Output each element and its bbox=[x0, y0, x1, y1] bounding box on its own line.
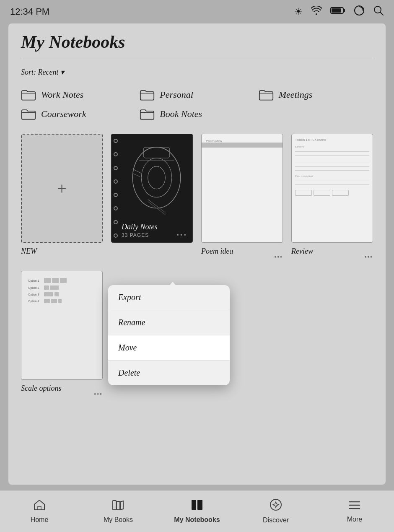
nav-label-discover: Discover bbox=[263, 516, 289, 524]
divider bbox=[21, 59, 373, 59]
search-icon[interactable] bbox=[373, 5, 384, 18]
sketch-area bbox=[121, 134, 192, 226]
svg-rect-16 bbox=[113, 501, 116, 510]
svg-point-6 bbox=[132, 147, 180, 208]
menu-item-rename[interactable]: Rename bbox=[108, 310, 230, 335]
poem-title: Poem idea bbox=[201, 247, 283, 256]
svg-rect-2 bbox=[343, 9, 345, 12]
svg-point-3 bbox=[355, 6, 364, 15]
review-header-text: Toolkits 1.6 • UX review bbox=[295, 138, 369, 141]
new-notebook-footer: NEW bbox=[21, 247, 103, 262]
svg-point-8 bbox=[148, 166, 166, 189]
books-icon bbox=[112, 499, 124, 514]
new-notebook-card[interactable]: + NEW bbox=[21, 134, 103, 262]
scale-more-dots[interactable]: ••• bbox=[94, 391, 103, 398]
review-thumbnail: Toolkits 1.6 • UX review Screens Flow in… bbox=[291, 134, 373, 243]
spiral-binding bbox=[111, 134, 120, 242]
folder-work-notes[interactable]: Work Notes bbox=[21, 88, 135, 101]
nav-item-home[interactable]: Home bbox=[0, 490, 79, 532]
svg-rect-15 bbox=[38, 506, 41, 510]
folder-icon bbox=[259, 88, 274, 101]
svg-point-21 bbox=[270, 499, 281, 510]
svg-rect-19 bbox=[197, 500, 202, 510]
scale-footer: Scale options ••• bbox=[21, 384, 103, 400]
svg-rect-18 bbox=[192, 500, 197, 510]
menu-item-export[interactable]: Export bbox=[108, 285, 230, 310]
folder-label-work-notes: Work Notes bbox=[41, 89, 83, 100]
review-more-dots[interactable]: ••• bbox=[364, 254, 373, 261]
folder-label-personal: Personal bbox=[160, 89, 193, 100]
folder-icon bbox=[140, 88, 155, 101]
folder-icon bbox=[140, 108, 155, 120]
menu-item-move[interactable]: Move bbox=[108, 335, 230, 361]
poem-more-dots[interactable]: ••• bbox=[274, 254, 283, 261]
poem-page-lines bbox=[202, 143, 283, 242]
review-footer: Review ••• bbox=[291, 247, 373, 262]
page-title: My Notebooks bbox=[21, 32, 373, 52]
sort-bar[interactable]: Sort: Recent ▾ bbox=[21, 67, 373, 77]
menu-item-delete[interactable]: Delete bbox=[108, 361, 230, 385]
folder-label-coursework: Coursework bbox=[41, 109, 86, 119]
daily-more-dots[interactable]: ••• bbox=[176, 231, 187, 239]
nav-item-discover[interactable]: Discover bbox=[236, 490, 315, 532]
folder-label-book-notes: Book Notes bbox=[160, 109, 202, 119]
svg-line-12 bbox=[148, 202, 166, 215]
nav-label-my-notebooks: My Notebooks bbox=[174, 516, 220, 524]
svg-rect-1 bbox=[332, 8, 341, 13]
bottom-nav: Home My Books My Notebooks bbox=[0, 490, 394, 532]
wifi-icon bbox=[311, 6, 322, 18]
folder-book-notes[interactable]: Book Notes bbox=[140, 108, 254, 120]
daily-notes-card[interactable]: Daily Notes 33 PAGES ••• bbox=[111, 134, 193, 262]
context-menu-pointer bbox=[168, 282, 178, 288]
nav-label-home: Home bbox=[31, 516, 49, 524]
svg-line-11 bbox=[148, 200, 166, 213]
nav-label-my-books: My Books bbox=[104, 516, 133, 524]
folder-coursework[interactable]: Coursework bbox=[21, 108, 135, 120]
svg-line-5 bbox=[380, 12, 383, 15]
scale-options-card[interactable]: Option 1 Option 2 bbox=[21, 271, 103, 400]
svg-rect-10 bbox=[143, 147, 169, 158]
sort-label[interactable]: Sort: Recent ▾ bbox=[21, 68, 64, 76]
notebooks-icon bbox=[191, 499, 203, 514]
nav-item-my-books[interactable]: My Books bbox=[79, 490, 158, 532]
battery-icon bbox=[330, 6, 345, 17]
daily-notes-title: Daily Notes bbox=[122, 223, 187, 231]
svg-line-13 bbox=[132, 169, 141, 173]
folder-icon bbox=[21, 88, 36, 101]
folder-meetings[interactable]: Meetings bbox=[259, 88, 373, 101]
context-menu: Export Rename Move Delete bbox=[108, 285, 230, 385]
more-icon bbox=[348, 500, 361, 513]
plus-icon: + bbox=[57, 179, 67, 198]
status-bar: 12:34 PM ☀ bbox=[0, 0, 394, 23]
daily-card-footer: Daily Notes 33 PAGES ••• bbox=[111, 219, 192, 242]
poem-idea-card[interactable]: Poem idea Poem idea bbox=[201, 134, 283, 262]
new-notebook-thumbnail: + bbox=[21, 134, 103, 243]
folder-icon bbox=[21, 108, 36, 120]
review-title: Review bbox=[291, 247, 373, 256]
scale-thumbnail: Option 1 Option 2 bbox=[21, 271, 103, 380]
folders-grid: Work Notes Personal Meetings Coursework bbox=[21, 88, 373, 120]
main-content: My Notebooks Sort: Recent ▾ Work Notes P… bbox=[8, 23, 386, 485]
status-icons: ☀ bbox=[294, 5, 384, 18]
daily-notes-pages: 33 PAGES bbox=[122, 232, 149, 238]
home-icon bbox=[33, 499, 46, 514]
svg-line-14 bbox=[132, 173, 140, 176]
svg-rect-17 bbox=[117, 501, 120, 510]
daily-notes-thumbnail: Daily Notes 33 PAGES ••• bbox=[111, 134, 193, 243]
time-display: 12:34 PM bbox=[10, 6, 49, 17]
nav-label-more: More bbox=[347, 516, 362, 523]
nav-item-more[interactable]: More bbox=[315, 490, 394, 532]
folder-personal[interactable]: Personal bbox=[140, 88, 254, 101]
nav-item-my-notebooks[interactable]: My Notebooks bbox=[158, 490, 236, 532]
sync-icon[interactable] bbox=[354, 5, 365, 18]
scale-title: Scale options bbox=[21, 384, 103, 393]
discover-icon bbox=[270, 498, 282, 514]
poem-footer: Poem idea ••• bbox=[201, 247, 283, 262]
brightness-icon[interactable]: ☀ bbox=[294, 6, 303, 17]
new-notebook-title: NEW bbox=[21, 247, 103, 256]
svg-point-7 bbox=[141, 158, 172, 197]
folder-label-meetings: Meetings bbox=[279, 89, 313, 100]
poem-thumbnail: Poem idea bbox=[201, 134, 283, 243]
review-card[interactable]: Toolkits 1.6 • UX review Screens Flow in… bbox=[291, 134, 373, 262]
